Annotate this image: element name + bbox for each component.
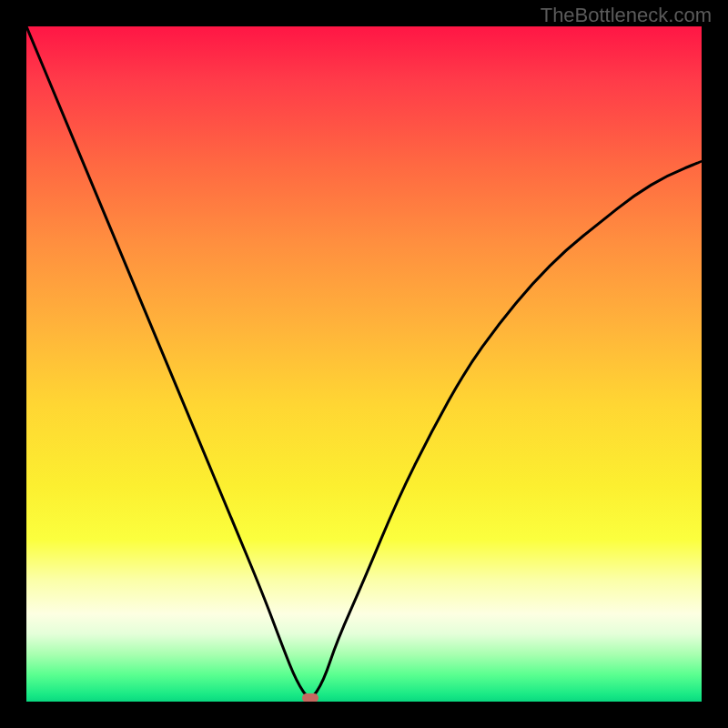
optimal-point-marker [302,693,318,702]
bottleneck-curve [26,26,702,702]
watermark-text: TheBottleneck.com [541,4,712,27]
chart-container: TheBottleneck.com [0,0,728,728]
plot-area [26,26,702,702]
